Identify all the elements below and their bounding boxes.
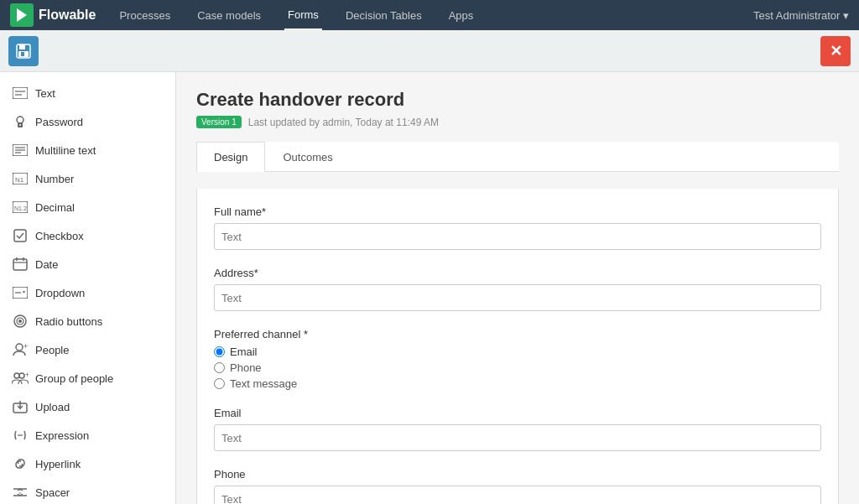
sidebar-item-radio[interactable]: Radio buttons	[0, 307, 175, 335]
fullname-input[interactable]	[214, 223, 821, 250]
fullname-label: Full name*	[214, 205, 821, 218]
sidebar-item-people[interactable]: + People	[0, 335, 175, 364]
field-phone: Phone	[214, 468, 821, 504]
sidebar-item-decimal[interactable]: N1.2 Decimal	[0, 193, 175, 221]
sidebar-item-multiline-label: Multiline text	[35, 144, 96, 157]
group-icon: +	[12, 370, 29, 387]
dropdown-icon	[12, 284, 29, 301]
svg-point-29	[18, 320, 22, 323]
svg-point-11	[19, 124, 21, 126]
svg-point-32	[14, 373, 19, 378]
nav-forms[interactable]: Forms	[284, 0, 322, 30]
radio-email-label: Email	[230, 346, 258, 358]
sidebar-item-password-label: Password	[35, 116, 83, 128]
date-icon	[12, 256, 29, 273]
user-menu[interactable]: Test Administrator ▾	[753, 9, 849, 22]
svg-rect-6	[13, 87, 28, 99]
address-input[interactable]	[214, 284, 821, 311]
flowable-logo-icon	[10, 3, 34, 27]
phone-label: Phone	[214, 468, 821, 481]
sidebar-item-group-label: Group of people	[35, 372, 113, 385]
people-icon: +	[12, 341, 29, 358]
svg-rect-20	[14, 230, 26, 242]
hyperlink-icon	[12, 455, 29, 472]
sidebar-item-spacer[interactable]: Spacer	[0, 478, 175, 504]
phone-input[interactable]	[214, 486, 821, 504]
svg-text:N1.2: N1.2	[14, 205, 27, 211]
sidebar-item-checkbox[interactable]: Checkbox	[0, 221, 175, 250]
svg-text:+: +	[23, 343, 28, 351]
field-preferred-channel: Preferred channel * Email Phone Text mes…	[214, 328, 821, 390]
sidebar: Text Password Multiline text N1 Number N…	[0, 72, 176, 504]
checkbox-icon	[12, 227, 29, 244]
svg-point-9	[17, 117, 23, 123]
spacer-icon	[12, 484, 29, 501]
logo: Flowable	[10, 3, 96, 27]
svg-text:+: +	[25, 372, 29, 379]
sidebar-item-date-label: Date	[35, 258, 58, 271]
nav-case-models[interactable]: Case models	[194, 0, 264, 30]
sidebar-item-text-label: Text	[35, 87, 55, 100]
form-title: Create handover record	[196, 89, 839, 111]
content-area: Create handover record Version 1 Last up…	[176, 72, 859, 504]
sidebar-item-upload[interactable]: Upload	[0, 392, 175, 421]
sidebar-item-expression-label: Expression	[35, 429, 89, 442]
sidebar-item-password[interactable]: Password	[0, 107, 175, 136]
form-tabs: Design Outcomes	[196, 142, 839, 172]
radio-text-message-label: Text message	[230, 377, 297, 390]
email-input[interactable]	[214, 424, 821, 451]
text-icon	[12, 85, 29, 101]
radio-icon	[12, 313, 29, 330]
sidebar-item-checkbox-label: Checkbox	[35, 230, 84, 242]
svg-rect-21	[13, 259, 27, 270]
radio-email[interactable]: Email	[214, 346, 821, 358]
sidebar-item-date[interactable]: Date	[0, 250, 175, 278]
sidebar-item-dropdown-label: Dropdown	[35, 287, 85, 299]
save-button[interactable]	[8, 36, 39, 66]
tab-design[interactable]: Design	[196, 142, 265, 172]
form-meta: Version 1 Last updated by admin, Today a…	[196, 116, 839, 128]
nav-links: Processes Case models Forms Decision Tab…	[116, 0, 753, 30]
nav-decision-tables[interactable]: Decision Tables	[342, 0, 425, 30]
form-meta-text: Last updated by admin, Today at 11:49 AM	[248, 117, 439, 128]
field-fullname: Full name*	[214, 205, 821, 250]
svg-text:N1: N1	[15, 176, 24, 184]
expression-icon	[12, 427, 29, 444]
sidebar-item-multiline[interactable]: Multiline text	[0, 136, 175, 164]
toolbar: ✕	[0, 30, 859, 72]
nav-processes[interactable]: Processes	[116, 0, 174, 30]
field-address: Address*	[214, 267, 821, 311]
sidebar-item-people-label: People	[35, 344, 69, 356]
radio-group: Email Phone Text message	[214, 346, 821, 390]
radio-phone[interactable]: Phone	[214, 361, 821, 374]
sidebar-item-spacer-label: Spacer	[35, 486, 70, 499]
svg-rect-3	[19, 44, 25, 49]
tab-outcomes[interactable]: Outcomes	[265, 142, 350, 172]
radio-text-message[interactable]: Text message	[214, 377, 821, 390]
logo-text: Flowable	[39, 8, 96, 23]
email-label: Email	[214, 407, 821, 419]
multiline-icon	[12, 142, 29, 158]
svg-point-30	[16, 344, 23, 351]
nav-apps[interactable]: Apps	[445, 0, 477, 30]
sidebar-item-radio-label: Radio buttons	[35, 315, 102, 328]
svg-point-33	[19, 373, 24, 378]
sidebar-item-upload-label: Upload	[35, 401, 70, 413]
sidebar-item-hyperlink-label: Hyperlink	[35, 458, 81, 470]
sidebar-item-text[interactable]: Text	[0, 79, 175, 107]
main-layout: Text Password Multiline text N1 Number N…	[0, 72, 859, 504]
close-button[interactable]: ✕	[820, 36, 851, 66]
sidebar-item-dropdown[interactable]: Dropdown	[0, 278, 175, 307]
password-icon	[12, 113, 29, 130]
sidebar-item-number[interactable]: N1 Number	[0, 164, 175, 193]
sidebar-item-number-label: Number	[35, 173, 74, 185]
sidebar-item-group[interactable]: + Group of people	[0, 364, 175, 392]
sidebar-item-expression[interactable]: Expression	[0, 421, 175, 449]
number-icon: N1	[12, 170, 29, 187]
address-label: Address*	[214, 267, 821, 279]
form-area: Full name* Address* Preferred channel * …	[196, 189, 839, 504]
svg-rect-5	[21, 52, 24, 56]
save-icon	[15, 43, 32, 60]
top-nav: Flowable Processes Case models Forms Dec…	[0, 0, 859, 30]
sidebar-item-hyperlink[interactable]: Hyperlink	[0, 449, 175, 478]
